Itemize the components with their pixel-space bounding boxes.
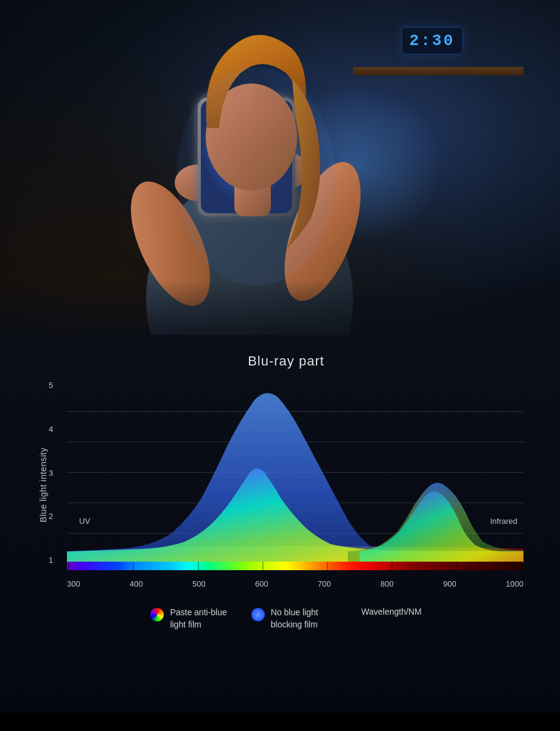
legend-icon-rainbow	[150, 608, 164, 621]
legend-item-no-block: No blue lightblocking film	[251, 607, 318, 630]
y-tick-4: 4	[49, 425, 53, 433]
x-tick-1000: 1000	[506, 579, 523, 588]
chart-section: Blu-ray part Blue light intensity 1 2 3 …	[0, 335, 560, 713]
legend-item-wavelength: Wavelength/NM	[343, 607, 422, 616]
chart-svg-container	[67, 381, 523, 564]
legend-wavelength-label: Wavelength/NM	[343, 607, 422, 616]
x-tick-600: 600	[255, 579, 268, 588]
chart-area: Blue light intensity 1 2 3 4 5 UV	[49, 381, 523, 588]
x-tick-700: 700	[318, 579, 331, 588]
x-tick-900: 900	[443, 579, 457, 588]
y-axis-label: Blue light intensity	[38, 448, 48, 523]
svg-point-9	[177, 67, 335, 286]
photo-section: 2:30	[0, 0, 560, 353]
y-tick-2: 2	[49, 512, 53, 520]
x-tick-500: 500	[192, 579, 206, 588]
y-tick-1: 1	[49, 556, 53, 564]
x-axis: 300 400 500 600 700 800 900 1000	[67, 564, 523, 588]
legend-section: Paste anti-bluelight film No blue lightb…	[49, 601, 523, 630]
y-tick-5: 5	[49, 381, 53, 389]
chart-svg	[67, 381, 523, 564]
chart-title: Blu-ray part	[49, 353, 523, 369]
page-wrapper: 2:30	[0, 0, 560, 731]
y-axis: 1 2 3 4 5	[49, 381, 53, 588]
y-tick-3: 3	[49, 469, 53, 477]
x-tick-800: 800	[380, 579, 394, 588]
legend-icon-blue	[251, 608, 265, 621]
legend-item-anti-blue: Paste anti-bluelight film	[150, 607, 226, 630]
legend-text-anti-blue: Paste anti-bluelight film	[170, 607, 226, 630]
x-tick-300: 300	[67, 579, 80, 588]
x-tick-400: 400	[130, 579, 143, 588]
legend-text-no-block: No blue lightblocking film	[271, 607, 318, 630]
